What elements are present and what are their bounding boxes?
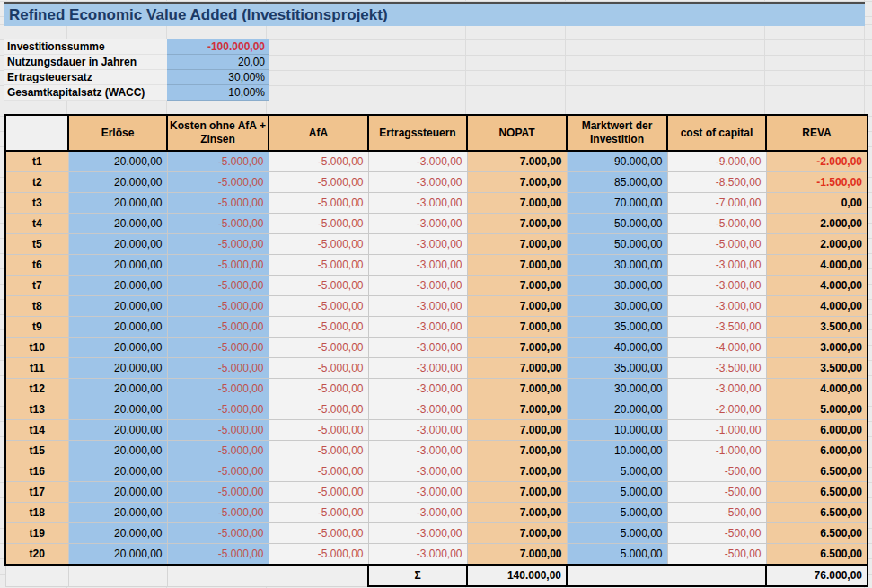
cell-marktwert[interactable]: 70.000,00 <box>567 193 667 214</box>
cell-cost-of-capital[interactable]: -9.000,00 <box>667 151 766 172</box>
cell-afa[interactable]: -5.000,00 <box>269 234 368 255</box>
cell-afa[interactable]: -5.000,00 <box>269 544 368 566</box>
cell-cost-of-capital[interactable]: -8.500,00 <box>667 172 766 193</box>
row-label[interactable]: t2 <box>5 172 68 193</box>
column-header-marktwert-der-investition[interactable]: Marktwert der Investition <box>567 115 667 151</box>
cell-kosten[interactable]: -5.000,00 <box>167 276 269 296</box>
sum-row-spacer[interactable] <box>68 565 167 586</box>
cell-erloese[interactable]: 20.000,00 <box>68 503 167 523</box>
cell-afa[interactable]: -5.000,00 <box>269 296 368 317</box>
cell-nopat[interactable]: 7.000,00 <box>467 296 567 317</box>
cell-kosten[interactable]: -5.000,00 <box>167 338 269 358</box>
cell-erloese[interactable]: 20.000,00 <box>68 358 167 379</box>
cell-afa[interactable]: -5.000,00 <box>269 399 368 420</box>
cell-marktwert[interactable]: 20.000,00 <box>567 399 667 420</box>
row-label[interactable]: t15 <box>5 441 68 461</box>
sum-row-spacer[interactable] <box>269 565 368 586</box>
cell-erloese[interactable]: 20.000,00 <box>68 234 167 255</box>
cell-marktwert[interactable]: 5.000,00 <box>567 482 667 503</box>
cell-afa[interactable]: -5.000,00 <box>269 441 368 461</box>
cell-afa[interactable]: -5.000,00 <box>269 317 368 338</box>
cell-reva[interactable]: 6.500,00 <box>766 503 868 523</box>
cell-kosten[interactable]: -5.000,00 <box>167 503 269 523</box>
cell-erloese[interactable]: 20.000,00 <box>68 214 167 234</box>
cell-afa[interactable]: -5.000,00 <box>269 461 368 482</box>
cell-nopat[interactable]: 7.000,00 <box>467 461 567 482</box>
cell-erloese[interactable]: 20.000,00 <box>68 193 167 214</box>
cell-afa[interactable]: -5.000,00 <box>269 151 368 172</box>
cell-erloese[interactable]: 20.000,00 <box>68 399 167 420</box>
column-header-nopat[interactable]: NOPAT <box>467 115 567 151</box>
cell-kosten[interactable]: -5.000,00 <box>167 193 269 214</box>
cell-marktwert[interactable]: 40.000,00 <box>567 338 667 358</box>
cell-cost-of-capital[interactable]: -4.000,00 <box>667 338 766 358</box>
row-label[interactable]: t14 <box>5 420 68 441</box>
cell-marktwert[interactable]: 50.000,00 <box>567 234 667 255</box>
cell-nopat[interactable]: 7.000,00 <box>467 151 567 172</box>
cell-afa[interactable]: -5.000,00 <box>269 379 368 399</box>
cell-kosten[interactable]: -5.000,00 <box>167 172 269 193</box>
row-label[interactable]: t7 <box>5 276 68 296</box>
cell-steuern[interactable]: -3.000,00 <box>368 234 467 255</box>
cell-afa[interactable]: -5.000,00 <box>269 358 368 379</box>
cell-steuern[interactable]: -3.000,00 <box>368 338 467 358</box>
cell-nopat[interactable]: 7.000,00 <box>467 255 567 276</box>
sum-reva[interactable]: 76.000,00 <box>766 565 868 586</box>
cell-erloese[interactable]: 20.000,00 <box>68 296 167 317</box>
cell-erloese[interactable]: 20.000,00 <box>68 276 167 296</box>
cell-erloese[interactable]: 20.000,00 <box>68 172 167 193</box>
cell-kosten[interactable]: -5.000,00 <box>167 296 269 317</box>
cell-erloese[interactable]: 20.000,00 <box>68 544 167 566</box>
cell-erloese[interactable]: 20.000,00 <box>68 379 167 399</box>
cell-afa[interactable]: -5.000,00 <box>269 482 368 503</box>
cell-reva[interactable]: 2.000,00 <box>766 234 868 255</box>
cell-steuern[interactable]: -3.000,00 <box>368 503 467 523</box>
cell-erloese[interactable]: 20.000,00 <box>68 420 167 441</box>
cell-erloese[interactable]: 20.000,00 <box>68 441 167 461</box>
cell-marktwert[interactable]: 50.000,00 <box>567 214 667 234</box>
sum-empty[interactable] <box>567 565 766 586</box>
column-header-reva[interactable]: REVA <box>766 115 868 151</box>
sum-nopat[interactable]: 140.000,00 <box>467 565 567 586</box>
cell-cost-of-capital[interactable]: -500,00 <box>667 523 766 544</box>
row-label[interactable]: t17 <box>5 482 68 503</box>
cell-marktwert[interactable]: 5.000,00 <box>567 544 667 566</box>
cell-cost-of-capital[interactable]: -3.500,00 <box>667 358 766 379</box>
cell-afa[interactable]: -5.000,00 <box>269 214 368 234</box>
page-title[interactable]: Refined Economic Value Added (Investitio… <box>4 2 865 26</box>
parameter-value[interactable]: 20,00 <box>167 55 269 70</box>
column-header-cost-of-capital[interactable]: cost of capital <box>667 115 766 151</box>
cell-steuern[interactable]: -3.000,00 <box>368 441 467 461</box>
cell-nopat[interactable]: 7.000,00 <box>467 358 567 379</box>
row-label[interactable]: t3 <box>5 193 68 214</box>
cell-afa[interactable]: -5.000,00 <box>269 172 368 193</box>
cell-reva[interactable]: 6.000,00 <box>766 441 868 461</box>
cell-cost-of-capital[interactable]: -1.000,00 <box>667 420 766 441</box>
cell-steuern[interactable]: -3.000,00 <box>368 214 467 234</box>
cell-steuern[interactable]: -3.000,00 <box>368 151 467 172</box>
cell-steuern[interactable]: -3.000,00 <box>368 399 467 420</box>
cell-marktwert[interactable]: 85.000,00 <box>567 172 667 193</box>
cell-nopat[interactable]: 7.000,00 <box>467 544 567 566</box>
cell-cost-of-capital[interactable]: -3.500,00 <box>667 317 766 338</box>
column-header-ertragssteuern[interactable]: Ertragssteuern <box>368 115 467 151</box>
cell-kosten[interactable]: -5.000,00 <box>167 234 269 255</box>
column-header-kosten-ohne-afa-zinsen[interactable]: Kosten ohne AfA + Zinsen <box>167 115 269 151</box>
row-label[interactable]: t4 <box>5 214 68 234</box>
cell-steuern[interactable]: -3.000,00 <box>368 276 467 296</box>
cell-steuern[interactable]: -3.000,00 <box>368 296 467 317</box>
cell-nopat[interactable]: 7.000,00 <box>467 420 567 441</box>
cell-reva[interactable]: 6.500,00 <box>766 544 868 566</box>
cell-nopat[interactable]: 7.000,00 <box>467 214 567 234</box>
cell-kosten[interactable]: -5.000,00 <box>167 379 269 399</box>
parameter-label[interactable]: Ertragsteuersatz <box>4 70 167 85</box>
cell-reva[interactable]: 4.000,00 <box>766 276 868 296</box>
cell-reva[interactable]: 3.500,00 <box>766 358 868 379</box>
cell-steuern[interactable]: -3.000,00 <box>368 420 467 441</box>
row-label[interactable]: t5 <box>5 234 68 255</box>
cell-reva[interactable]: -1.500,00 <box>766 172 868 193</box>
cell-marktwert[interactable]: 30.000,00 <box>567 276 667 296</box>
cell-nopat[interactable]: 7.000,00 <box>467 276 567 296</box>
cell-reva[interactable]: 4.000,00 <box>766 379 868 399</box>
cell-marktwert[interactable]: 5.000,00 <box>567 523 667 544</box>
